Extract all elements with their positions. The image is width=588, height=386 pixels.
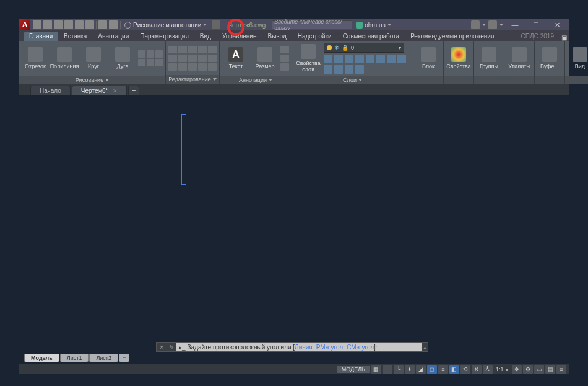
qat-undo-icon[interactable]: [98, 20, 107, 29]
status-dynucs-icon[interactable]: 人: [483, 365, 493, 374]
cmd-prompt-icon: ▸_: [179, 344, 186, 351]
cmd-option-cmangle[interactable]: СМн-угол: [347, 344, 374, 351]
block-icon: [421, 47, 436, 62]
drawn-rectangle-object[interactable]: [181, 114, 186, 185]
doc-tab-start[interactable]: Начало: [30, 86, 71, 95]
cmdline-close-icon[interactable]: ✕: [157, 344, 166, 351]
modify-icons[interactable]: [168, 46, 217, 71]
close-button[interactable]: ✕: [548, 19, 566, 30]
status-grid-icon[interactable]: ▦: [371, 365, 381, 374]
workspace-switcher[interactable]: Рисование и аннотации: [121, 22, 210, 29]
text-button[interactable]: AТекст: [222, 42, 249, 74]
status-transparency-icon[interactable]: ◧: [449, 365, 459, 374]
doc-tab-new[interactable]: +: [128, 86, 139, 95]
ribbon-tab-home[interactable]: Главная: [24, 32, 58, 41]
status-polar-icon[interactable]: ✦: [405, 365, 415, 374]
panel-annotation-title[interactable]: Аннотации: [220, 76, 292, 84]
cmdline-customize-icon[interactable]: ✎: [166, 344, 176, 351]
qat-saveas-icon[interactable]: [64, 20, 73, 29]
drawing-canvas[interactable]: ✕ ✎ ▸_ Задайте противоположный угол или …: [19, 95, 569, 363]
cmdline-expand-icon[interactable]: ▴: [422, 344, 428, 351]
qat-plot-icon[interactable]: [75, 20, 84, 29]
status-annoscale-icon[interactable]: ✥: [512, 365, 522, 374]
ribbon-tab-addins[interactable]: Надстройки: [293, 32, 337, 41]
panel-properties-title: [444, 76, 473, 84]
layout-tab-sheet1[interactable]: Лист1: [60, 354, 89, 362]
status-cycling-icon[interactable]: ⟲: [460, 365, 470, 374]
status-3dosnap-icon[interactable]: ✕: [472, 365, 482, 374]
clipboard-button[interactable]: Буфе...: [537, 42, 562, 74]
chevron-down-icon: [499, 24, 503, 26]
maximize-button[interactable]: ☐: [527, 19, 545, 30]
search-input[interactable]: Введите ключевое слово/фразу: [272, 20, 352, 29]
groups-button[interactable]: Группы: [477, 42, 501, 74]
status-osnap-icon[interactable]: ◻: [427, 365, 437, 374]
status-scale[interactable]: 1:1: [494, 366, 511, 372]
draw-more-icons[interactable]: [138, 50, 163, 66]
layer-properties-button[interactable]: Свойства слоя: [295, 42, 322, 74]
user-account[interactable]: ohra.ua: [352, 22, 395, 29]
panel-draw-title[interactable]: Рисование: [19, 76, 165, 84]
anno-more-icons[interactable]: [280, 46, 289, 71]
layer-tool-icons[interactable]: [324, 55, 410, 74]
line-icon: [28, 47, 43, 62]
qat-redo-icon[interactable]: [109, 20, 118, 29]
ribbon-tab-spds[interactable]: СПДС 2019: [516, 32, 558, 41]
layer-selector[interactable]: ❄ 🔒 0 ▾: [324, 43, 404, 53]
utilities-button[interactable]: Утилиты: [507, 42, 532, 74]
app-logo[interactable]: A: [19, 19, 30, 30]
block-button[interactable]: Блок: [416, 42, 441, 74]
ribbon-tab-featured[interactable]: Рекомендуемые приложения: [405, 32, 499, 41]
ribbon-tab-collab[interactable]: Совместная работа: [338, 32, 405, 41]
panel-layers-title[interactable]: Слои: [292, 76, 413, 84]
status-ortho-icon[interactable]: └: [394, 365, 404, 374]
cmd-option-rmangle[interactable]: РМн-угол: [316, 344, 343, 351]
dimension-button[interactable]: Размер: [251, 42, 279, 74]
status-cleanscreen-icon[interactable]: ▤: [545, 365, 555, 374]
layer-current-name: 0: [351, 45, 354, 51]
ribbon-tab-parametric[interactable]: Параметризация: [135, 32, 194, 41]
status-snap-icon[interactable]: ⋮⋮: [383, 365, 392, 374]
close-icon[interactable]: ✕: [113, 88, 118, 94]
chevron-down-icon: [358, 79, 362, 81]
qat-save-icon[interactable]: [54, 20, 63, 29]
ribbon-minimize-button[interactable]: ▣: [559, 34, 569, 41]
status-model-button[interactable]: МОДЕЛЬ: [337, 366, 370, 373]
properties-button[interactable]: Свойства: [446, 42, 471, 74]
ribbon-tab-insert[interactable]: Вставка: [59, 32, 92, 41]
panel-modify-title[interactable]: Редактирование: [166, 75, 219, 84]
status-monitor-icon[interactable]: ▭: [534, 365, 544, 374]
cmd-option-line[interactable]: Линия: [295, 344, 313, 351]
ribbon-tab-annotations[interactable]: Аннотации: [93, 32, 134, 41]
layout-tab-sheet2[interactable]: Лист2: [89, 354, 118, 362]
status-lineweight-icon[interactable]: ≡: [438, 365, 448, 374]
status-customize-icon[interactable]: ≡: [556, 365, 566, 374]
command-text[interactable]: ▸_ Задайте противоположный угол или [ Ли…: [176, 343, 422, 351]
qat-customize-dropdown[interactable]: [212, 20, 220, 29]
exchange-icon[interactable]: [471, 20, 480, 29]
qat-new-icon[interactable]: [33, 20, 41, 29]
ribbon-tab-manage[interactable]: Управление: [217, 32, 262, 41]
help-icon[interactable]: [488, 20, 497, 29]
arc-button[interactable]: Дуга: [109, 42, 136, 74]
status-isodraft-icon[interactable]: ◢: [416, 365, 426, 374]
doc-tab-active[interactable]: Чертеж6*✕: [72, 86, 128, 95]
user-icon: [356, 22, 363, 29]
properties-icon: [451, 47, 466, 62]
line-button[interactable]: Отрезок: [22, 42, 49, 74]
layout-tab-add[interactable]: +: [119, 354, 129, 362]
ribbon-tab-output[interactable]: Вывод: [263, 32, 292, 41]
minimize-button[interactable]: —: [506, 19, 524, 30]
qat-mobile-icon[interactable]: [85, 20, 94, 29]
panel-annotation: AТекст Размер Аннотации: [220, 41, 292, 84]
status-workspace-icon[interactable]: ⚙: [523, 365, 533, 374]
ribbon-tab-view[interactable]: Вид: [195, 32, 216, 41]
qat-open-icon[interactable]: [43, 20, 52, 29]
command-line[interactable]: ✕ ✎ ▸_ Задайте противоположный угол или …: [156, 342, 428, 352]
view-button[interactable]: Вид: [568, 42, 588, 74]
layout-tab-model[interactable]: Модель: [24, 354, 59, 362]
polyline-icon: [57, 47, 72, 62]
polyline-button[interactable]: Полилиния: [51, 42, 78, 74]
circle-button[interactable]: Круг: [80, 42, 107, 74]
title-bar: A Рисование и аннотации Чертеж6.dwg Введ…: [19, 19, 569, 30]
